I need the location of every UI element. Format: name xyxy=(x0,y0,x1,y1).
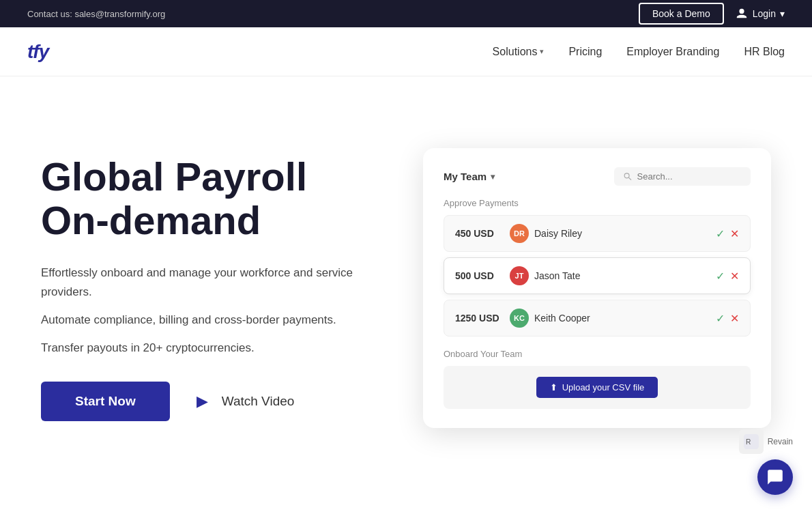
avatar: DR xyxy=(510,224,529,243)
svg-point-0 xyxy=(624,173,629,178)
hero-left: Global Payroll On-demand Effortlessly on… xyxy=(41,155,409,421)
chat-bubble-button[interactable] xyxy=(757,459,793,495)
upload-csv-button[interactable]: ⬆ Upload your CSV file xyxy=(536,377,658,398)
hero-title-line2: On-demand xyxy=(41,199,382,242)
hero-desc-1: Effortlessly onboard and manage your wor… xyxy=(41,263,382,300)
top-bar-right: Book a Demo Login ▾ xyxy=(639,3,785,25)
approve-icon[interactable]: ✓ xyxy=(716,227,725,240)
book-demo-button[interactable]: Book a Demo xyxy=(639,3,724,25)
hero-title: Global Payroll On-demand xyxy=(41,155,382,242)
chevron-down-icon: ▾ xyxy=(780,8,785,19)
revain-area: R Revain xyxy=(739,429,793,454)
svg-text:R: R xyxy=(746,438,751,446)
upload-icon: ⬆ xyxy=(550,382,557,392)
revain-label: Revain xyxy=(768,437,793,446)
dashboard-card: My Team ▾ Approve Payments 450 USD DR Da… xyxy=(423,148,771,428)
approve-icon[interactable]: ✓ xyxy=(716,312,725,325)
payment-person: DR Daisy Riley xyxy=(510,224,716,243)
nav-links: Solutions ▾ Pricing Employer Branding HR… xyxy=(493,46,785,58)
payment-name: Daisy Riley xyxy=(534,228,582,239)
upload-box: ⬆ Upload your CSV file xyxy=(444,366,751,409)
reject-icon[interactable]: ✕ xyxy=(730,227,739,240)
search-input[interactable] xyxy=(637,171,741,182)
play-icon: ▶ xyxy=(190,389,215,414)
approve-icon[interactable]: ✓ xyxy=(716,270,725,283)
hero-desc-3: Transfer payouts in 20+ cryptocurrencies… xyxy=(41,339,382,357)
my-team-label: My Team xyxy=(444,171,487,182)
avatar: KC xyxy=(510,309,529,328)
payment-name: Jason Tate xyxy=(534,270,580,281)
hero-title-line1: Global Payroll xyxy=(41,155,382,199)
svg-line-1 xyxy=(628,177,630,180)
login-area[interactable]: Login ▾ xyxy=(735,7,785,20)
avatar: JT xyxy=(510,266,529,285)
chevron-down-icon: ▾ xyxy=(540,47,544,56)
search-icon xyxy=(624,172,632,181)
onboard-section: Onboard Your Team ⬆ Upload your CSV file xyxy=(444,349,751,409)
chat-icon xyxy=(766,468,784,486)
login-label: Login xyxy=(753,8,776,19)
payment-row: 1250 USD KC Keith Cooper ✓ ✕ xyxy=(444,300,751,337)
revain-icon: R xyxy=(739,429,764,454)
payment-amount: 1250 USD xyxy=(455,313,510,324)
logo-text: tfy xyxy=(27,41,48,63)
payment-row: 450 USD DR Daisy Riley ✓ ✕ xyxy=(444,215,751,252)
payment-name: Keith Cooper xyxy=(534,313,590,324)
nav-employer-branding[interactable]: Employer Branding xyxy=(626,46,719,58)
reject-icon[interactable]: ✕ xyxy=(730,270,739,283)
payment-amount: 500 USD xyxy=(455,270,510,281)
search-bar[interactable] xyxy=(614,167,751,186)
hero-desc-2: Automate compliance, billing and cross-b… xyxy=(41,311,382,329)
start-now-button[interactable]: Start Now xyxy=(41,382,170,421)
payment-actions: ✓ ✕ xyxy=(716,312,739,325)
payment-person: JT Jason Tate xyxy=(510,266,716,285)
hero-right: My Team ▾ Approve Payments 450 USD DR Da… xyxy=(409,148,785,428)
onboard-label: Onboard Your Team xyxy=(444,349,751,359)
payment-amount: 450 USD xyxy=(455,228,510,239)
watch-video-button[interactable]: ▶ Watch Video xyxy=(190,389,295,414)
contact-info: Contact us: sales@transformify.org xyxy=(27,9,165,19)
watch-video-label: Watch Video xyxy=(222,394,295,409)
contact-email[interactable]: sales@transformify.org xyxy=(74,9,165,19)
nav-hr-blog[interactable]: HR Blog xyxy=(744,46,785,58)
top-bar: Contact us: sales@transformify.org Book … xyxy=(0,0,812,27)
payment-actions: ✓ ✕ xyxy=(716,270,739,283)
contact-prefix: Contact us: xyxy=(27,9,74,19)
payment-actions: ✓ ✕ xyxy=(716,227,739,240)
nav-solutions[interactable]: Solutions ▾ xyxy=(493,46,545,58)
payment-row: 500 USD JT Jason Tate ✓ ✕ xyxy=(444,257,751,294)
chat-widget: R Revain xyxy=(739,429,793,495)
payment-person: KC Keith Cooper xyxy=(510,309,716,328)
hero-actions: Start Now ▶ Watch Video xyxy=(41,382,382,421)
logo[interactable]: tfy xyxy=(27,41,48,63)
my-team-tab[interactable]: My Team ▾ xyxy=(444,171,495,182)
upload-label: Upload your CSV file xyxy=(562,382,645,392)
hero-section: Global Payroll On-demand Effortlessly on… xyxy=(0,76,812,486)
dashboard-header: My Team ▾ xyxy=(444,167,751,186)
user-icon xyxy=(735,7,749,20)
nav-pricing[interactable]: Pricing xyxy=(568,46,602,58)
reject-icon[interactable]: ✕ xyxy=(730,312,739,325)
navbar: tfy Solutions ▾ Pricing Employer Brandin… xyxy=(0,27,812,76)
chevron-down-icon: ▾ xyxy=(491,172,495,182)
approve-payments-label: Approve Payments xyxy=(444,198,751,208)
